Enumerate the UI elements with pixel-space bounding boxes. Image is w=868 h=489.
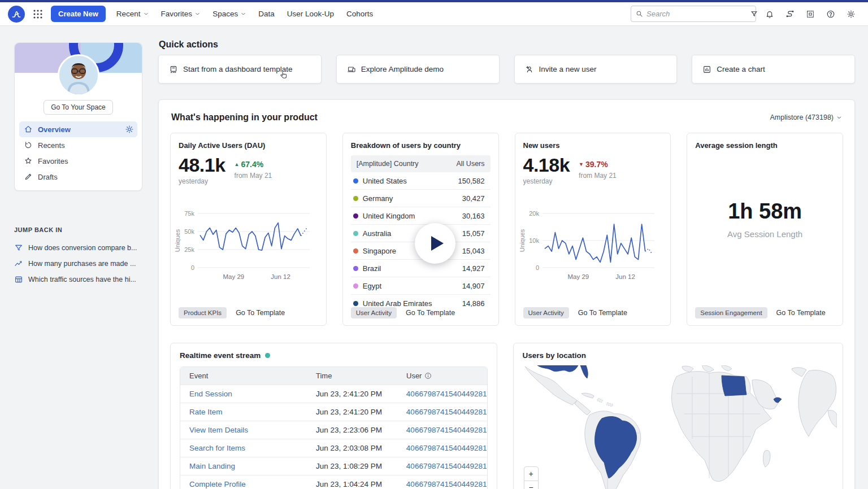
map-zoom-out-button[interactable]: − bbox=[524, 481, 539, 489]
sidebar-item-label: Recents bbox=[38, 141, 65, 150]
laptop-icon bbox=[347, 65, 356, 74]
event-time: Jun 23, 1:04:24 PM bbox=[316, 480, 406, 488]
frame-icon[interactable] bbox=[801, 5, 819, 23]
country-row[interactable]: United States150,582 bbox=[351, 172, 491, 190]
chevron-down-icon bbox=[241, 11, 246, 16]
event-name-link[interactable]: View Item Details bbox=[180, 426, 316, 434]
event-name-link[interactable]: Complete Profile bbox=[180, 480, 316, 488]
dau-card-title: Daily Active Users (DAU) bbox=[179, 141, 318, 150]
nav-item-favorites[interactable]: Favorites bbox=[156, 6, 206, 22]
journeys-icon[interactable] bbox=[781, 5, 799, 23]
jump-back-item[interactable]: Which traffic sources have the hi... bbox=[14, 272, 150, 287]
event-name-link[interactable]: Main Landing bbox=[180, 462, 316, 470]
series-color-dot bbox=[353, 178, 358, 184]
svg-text:25k: 25k bbox=[184, 246, 194, 253]
nav-item-data[interactable]: Data bbox=[253, 6, 280, 22]
create-new-button[interactable]: Create New bbox=[51, 6, 106, 22]
sidebar-item-overview[interactable]: Overview bbox=[19, 121, 137, 137]
dau-go-to-template-link[interactable]: Go To Template bbox=[236, 309, 285, 317]
svg-text:Uniques: Uniques bbox=[519, 229, 526, 252]
country-name: Australia bbox=[363, 229, 392, 238]
svg-text:10k: 10k bbox=[529, 237, 539, 244]
event-name-link[interactable]: End Session bbox=[180, 390, 316, 398]
help-icon[interactable] bbox=[822, 5, 840, 23]
country-name: Germany bbox=[363, 194, 393, 203]
go-to-your-space-button[interactable]: Go To Your Space bbox=[44, 100, 113, 115]
event-stream-table: Event Time User End SessionJun 23, 2:41:… bbox=[180, 366, 488, 489]
nav-item-user-look-up[interactable]: User Look-Up bbox=[282, 6, 339, 22]
event-user-id-link[interactable]: 4066798741540449281 bbox=[406, 390, 487, 398]
countries-badge[interactable]: User Activity bbox=[351, 307, 397, 318]
gear-icon[interactable] bbox=[842, 5, 860, 23]
bell-icon[interactable] bbox=[761, 5, 779, 23]
series-color-dot bbox=[353, 196, 358, 201]
series-color-dot bbox=[353, 231, 358, 236]
session-go-to-template-link[interactable]: Go To Template bbox=[776, 309, 826, 317]
session-card-title: Average session length bbox=[695, 141, 835, 150]
time-col-header: Time bbox=[316, 372, 406, 380]
country-user-count: 30,163 bbox=[462, 212, 485, 220]
series-color-dot bbox=[353, 266, 358, 271]
nav-item-spaces[interactable]: Spaces bbox=[207, 6, 251, 22]
sidebar-item-favorites[interactable]: Favorites bbox=[19, 153, 137, 169]
event-user-id-link[interactable]: 4066798741540449281 bbox=[406, 444, 487, 452]
quick-action-explore-amplitude-demo[interactable]: Explore Amplitude demo bbox=[336, 55, 500, 84]
chevron-down-icon bbox=[836, 115, 842, 120]
country-user-count: 15,043 bbox=[462, 247, 485, 255]
quick-action-label: Start from a dashboard template bbox=[183, 65, 293, 73]
search-filter-icon[interactable] bbox=[750, 10, 758, 18]
quick-action-label: Create a chart bbox=[717, 65, 765, 73]
country-name: United States bbox=[363, 177, 407, 185]
country-row[interactable]: Egypt14,907 bbox=[351, 277, 491, 295]
app-grid-icon[interactable] bbox=[31, 7, 45, 21]
event-name-link[interactable]: Search for Items bbox=[180, 444, 316, 452]
jump-back-item[interactable]: How many purchases are made ... bbox=[14, 256, 150, 272]
search-input[interactable] bbox=[646, 10, 747, 18]
dau-badge[interactable]: Product KPIs bbox=[179, 307, 227, 318]
nav-item-label: Recent bbox=[116, 10, 141, 18]
event-name-link[interactable]: Rate Item bbox=[180, 408, 316, 416]
jump-back-item[interactable]: How does conversion compare b... bbox=[14, 240, 150, 256]
recents-icon bbox=[24, 141, 33, 150]
map-zoom-in-button[interactable]: + bbox=[524, 466, 539, 481]
series-color-dot bbox=[353, 248, 358, 254]
nav-item-recent[interactable]: Recent bbox=[111, 6, 154, 22]
avatar[interactable] bbox=[58, 54, 99, 96]
overview-settings-gear-icon[interactable] bbox=[125, 125, 134, 134]
user-col-header: User bbox=[406, 372, 422, 380]
new-users-go-to-template-link[interactable]: Go To Template bbox=[578, 309, 627, 317]
map-title: Users by location bbox=[523, 351, 587, 360]
session-badge[interactable]: Session Engagement bbox=[695, 307, 767, 318]
jump-back-in-section: JUMP BACK IN How does conversion compare… bbox=[14, 226, 150, 287]
new-users-badge[interactable]: User Activity bbox=[523, 307, 569, 318]
country-name: United Kingdom bbox=[363, 212, 415, 220]
country-row[interactable]: Germany30,427 bbox=[351, 190, 491, 207]
event-user-id-link[interactable]: 4066798741540449281 bbox=[406, 462, 487, 470]
quick-actions-title: Quick actions bbox=[159, 40, 218, 50]
search-box[interactable] bbox=[631, 6, 756, 22]
event-user-id-link[interactable]: 4066798741540449281 bbox=[406, 480, 487, 488]
profile-card: Go To Your Space OverviewRecentsFavorite… bbox=[14, 42, 142, 191]
amplitude-logo-icon[interactable] bbox=[8, 6, 25, 23]
info-icon[interactable] bbox=[424, 372, 432, 379]
project-selector[interactable]: Amplistore (473198) bbox=[770, 113, 842, 121]
quick-action-start-from-a-dashboard-template[interactable]: Start from a dashboard template bbox=[158, 55, 322, 84]
sidebar-item-recents[interactable]: Recents bbox=[19, 137, 137, 153]
quick-action-invite-a-new-user[interactable]: Invite a new user bbox=[514, 55, 678, 84]
event-time: Jun 23, 2:41:20 PM bbox=[316, 408, 406, 416]
country-row[interactable]: Brazil14,927 bbox=[351, 260, 491, 277]
quick-actions-row: Start from a dashboard templateExplore A… bbox=[158, 55, 855, 84]
series-color-dot bbox=[353, 283, 358, 289]
event-user-id-link[interactable]: 4066798741540449281 bbox=[406, 426, 487, 434]
nav-item-cohorts[interactable]: Cohorts bbox=[341, 6, 378, 22]
sidebar-item-drafts[interactable]: Drafts bbox=[19, 169, 137, 185]
event-user-id-link[interactable]: 4066798741540449281 bbox=[406, 408, 487, 416]
delta-down-icon: ▼ bbox=[579, 161, 584, 167]
play-video-button[interactable] bbox=[415, 223, 455, 264]
country-user-count: 14,886 bbox=[462, 299, 485, 308]
quick-action-create-a-chart[interactable]: Create a chart bbox=[692, 55, 855, 84]
country-row[interactable]: United Kingdom30,163 bbox=[351, 207, 491, 225]
world-map[interactable] bbox=[523, 365, 834, 489]
series-color-dot bbox=[353, 213, 358, 219]
countries-go-to-template-link[interactable]: Go To Template bbox=[406, 309, 455, 317]
